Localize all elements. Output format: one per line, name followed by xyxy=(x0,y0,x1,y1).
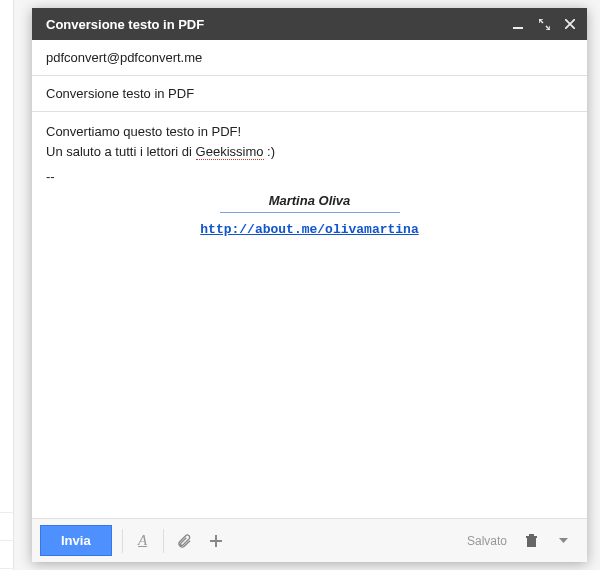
to-input[interactable] xyxy=(46,50,573,65)
svg-rect-0 xyxy=(513,27,523,29)
discard-icon[interactable] xyxy=(515,525,547,557)
compose-title: Conversione testo in PDF xyxy=(46,17,511,32)
svg-rect-2 xyxy=(210,540,222,542)
body-text-line2-pre: Un saluto a tutti i lettori di xyxy=(46,144,196,159)
compose-header[interactable]: Conversione testo in PDF xyxy=(32,8,587,40)
expand-icon[interactable] xyxy=(537,17,551,31)
signature-link-row: http://about.me/olivamartina xyxy=(46,219,573,240)
send-button[interactable]: Invia xyxy=(40,525,112,556)
formatting-icon[interactable]: A xyxy=(127,525,159,557)
header-controls xyxy=(511,17,577,31)
body-text-line2-post: :) xyxy=(264,144,276,159)
background-sidebar xyxy=(0,0,14,570)
subject-input[interactable] xyxy=(46,86,573,101)
bg-row xyxy=(0,541,14,569)
signature-name: Martina Oliva xyxy=(220,191,400,214)
footer-divider xyxy=(163,529,164,553)
svg-rect-3 xyxy=(526,536,537,538)
spellcheck-underline[interactable]: Geekissimo xyxy=(196,144,264,160)
close-icon[interactable] xyxy=(563,17,577,31)
body-line[interactable]: Convertiamo questo testo in PDF! xyxy=(46,122,573,142)
svg-rect-4 xyxy=(529,534,534,536)
compose-footer: Invia A Salvato xyxy=(32,518,587,562)
minimize-icon[interactable] xyxy=(511,17,525,31)
attachment-icon[interactable] xyxy=(168,525,200,557)
signature-link[interactable]: http://about.me/olivamartina xyxy=(200,222,418,237)
more-options-icon[interactable] xyxy=(547,525,579,557)
subject-field-row[interactable] xyxy=(32,76,587,112)
insert-more-icon[interactable] xyxy=(200,525,232,557)
bg-row xyxy=(0,485,14,513)
footer-divider xyxy=(122,529,123,553)
body-text-line1: Convertiamo questo testo in PDF! xyxy=(46,124,241,139)
compose-window: Conversione testo in PDF Convertiam xyxy=(32,8,587,562)
to-field-row[interactable] xyxy=(32,40,587,76)
signature-block: Martina Oliva http://about.me/olivamarti… xyxy=(46,191,573,240)
saved-status: Salvato xyxy=(467,534,507,548)
body-line[interactable]: Un saluto a tutti i lettori di Geekissim… xyxy=(46,142,573,162)
compose-body[interactable]: Convertiamo questo testo in PDF! Un salu… xyxy=(32,112,587,518)
signature-separator: -- xyxy=(46,167,573,187)
bg-row xyxy=(0,513,14,541)
